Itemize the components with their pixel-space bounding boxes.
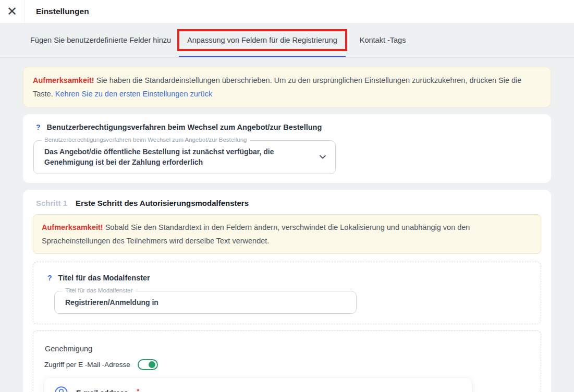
modal-title-section: ? Titel für das Modalfenster Titel für d… — [33, 262, 541, 324]
help-icon[interactable]: ? — [47, 274, 52, 282]
input-floating-label: Titel für das Modalfenster — [62, 287, 136, 293]
email-access-toggle-label: Zugriff per E -Mail -Adresse — [44, 361, 130, 369]
approval-heading: Genehmigung — [44, 345, 530, 353]
header-divider — [24, 0, 25, 23]
settings-content: Aufmerksamkeit! Sie haben die Standardei… — [0, 58, 574, 392]
warning-text: Sobald Sie den Standardtext in den Felde… — [42, 223, 470, 245]
select-floating-label: Benutzerberechtigungsverfahren beim Wech… — [41, 137, 250, 143]
chevron-down-icon — [319, 153, 327, 161]
step-number-label: Schritt 1 — [36, 199, 67, 207]
tab-add-custom-fields[interactable]: Fügen Sie benutzerdefinierte Felder hinz… — [30, 31, 171, 49]
user-icon — [54, 386, 68, 392]
step-heading: Erste Schritt des Autorisierungsmodalfen… — [76, 199, 249, 207]
attention-label: Aufmerksamkeit! — [42, 223, 103, 231]
override-warning-banner: Aufmerksamkeit! Sie haben die Standardei… — [23, 67, 551, 107]
help-icon[interactable]: ? — [36, 123, 41, 131]
page-title: Einstellungen — [36, 7, 89, 16]
modal-title-input-wrap: Titel für das Modalfenster — [54, 291, 357, 314]
tab-contact-tags[interactable]: Kontakt -Tags — [360, 31, 406, 49]
close-icon[interactable]: ✕ — [0, 0, 24, 23]
tab-registration-fields[interactable]: Anpassung von Feldern für die Registrier… — [177, 29, 347, 51]
permission-heading: Benutzerberechtigungsverfahren beim Wech… — [47, 123, 322, 131]
restore-defaults-link[interactable]: Kehren Sie zu den ersten Einstellungen z… — [55, 90, 212, 98]
modal-title-input[interactable] — [55, 291, 356, 313]
permission-select[interactable]: Benutzerberechtigungsverfahren beim Wech… — [33, 140, 336, 174]
email-access-toggle[interactable] — [138, 359, 158, 370]
permission-method-card: ? Benutzerberechtigungsverfahren beim We… — [23, 114, 551, 183]
approval-section: Genehmigung Zugriff per E -Mail -Adresse… — [33, 330, 541, 392]
step1-card: Schritt 1 Erste Schritt des Autorisierun… — [23, 190, 551, 392]
modal-title-heading: Titel für das Modalfenster — [58, 274, 150, 282]
email-field-label: E-mail address — [76, 389, 128, 392]
localization-warning: Aufmerksamkeit! Sobald Sie den Standardt… — [33, 214, 541, 254]
select-value: Das Angebot/die öffentliche Bestellung i… — [34, 141, 335, 174]
tab-bar: Fügen Sie benutzerdefinierte Felder hinz… — [0, 23, 574, 58]
required-asterisk: * — [137, 388, 140, 392]
attention-label: Aufmerksamkeit! — [33, 76, 94, 84]
email-field-row[interactable]: E-mail address * — [44, 378, 472, 392]
modal-header: ✕ Einstellungen — [0, 0, 574, 23]
toggle-knob — [149, 361, 155, 368]
